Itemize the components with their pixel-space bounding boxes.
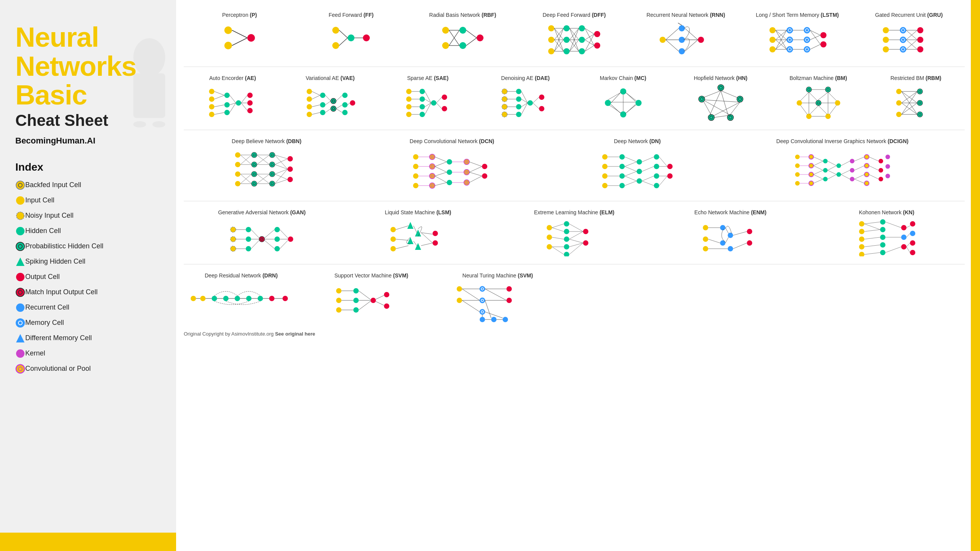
network-diagram-ntm: [452, 281, 544, 323]
svg-point-493: [274, 246, 280, 251]
svg-point-486: [246, 227, 251, 232]
svg-line-429: [659, 157, 667, 166]
svg-line-480: [869, 157, 879, 161]
svg-point-148: [209, 104, 214, 109]
svg-point-193: [406, 89, 412, 94]
svg-point-98: [787, 46, 793, 52]
svg-point-171: [320, 93, 325, 98]
network-diagram-gan: [227, 218, 296, 256]
svg-point-104: [804, 46, 810, 52]
svg-point-595: [235, 296, 240, 301]
svg-line-539: [569, 224, 583, 231]
index-item-hidden: Hidden Cell: [15, 226, 161, 236]
svg-point-552: [747, 229, 752, 234]
svg-point-23: [224, 42, 232, 49]
svg-point-531: [564, 252, 569, 256]
svg-line-44: [466, 38, 477, 46]
svg-point-599: [283, 296, 288, 301]
network-diagram-enm: [700, 218, 761, 256]
svg-line-351: [275, 159, 287, 165]
svg-point-525: [547, 235, 552, 240]
svg-line-624: [376, 302, 384, 305]
svg-point-203: [442, 106, 447, 111]
network-diagram-hn: [696, 84, 746, 122]
svg-point-126: [883, 46, 889, 52]
svg-line-192: [348, 103, 350, 105]
svg-point-12: [16, 273, 24, 281]
svg-line-208: [425, 91, 431, 103]
svg-line-520: [413, 241, 417, 246]
svg-point-319: [252, 171, 257, 177]
svg-point-448: [850, 177, 854, 181]
svg-point-96: [787, 37, 793, 43]
svg-line-586: [885, 247, 901, 253]
backfed-input-cell-icon: [15, 180, 25, 190]
svg-point-413: [667, 164, 673, 169]
svg-point-197: [420, 89, 425, 94]
svg-point-30: [363, 34, 370, 41]
svg-point-196: [406, 112, 412, 117]
svg-point-129: [900, 37, 906, 43]
svg-line-471: [828, 170, 836, 174]
network-item-lstm: Long / Short Term Memory (LSTM): [742, 11, 853, 59]
svg-point-454: [879, 168, 883, 173]
svg-line-578: [864, 222, 880, 224]
svg-point-550: [720, 240, 725, 246]
svg-line-622: [359, 301, 371, 310]
watermark-figure: [111, 38, 188, 134]
svg-line-386: [435, 162, 447, 166]
svg-point-200: [420, 112, 425, 117]
svg-point-626: [457, 298, 462, 303]
svg-line-519: [413, 226, 417, 233]
footer-link[interactable]: See original here: [275, 331, 315, 337]
svg-point-360: [413, 173, 418, 179]
svg-point-178: [342, 93, 348, 98]
svg-point-564: [859, 244, 864, 249]
svg-point-361: [413, 183, 418, 188]
svg-point-222: [528, 100, 533, 106]
svg-line-472: [828, 174, 836, 179]
svg-line-474: [841, 170, 850, 174]
svg-point-333: [287, 177, 293, 182]
svg-point-494: [288, 236, 293, 242]
svg-line-390: [435, 183, 447, 186]
footer-text: Original Copyright by AsimovInstitute.or…: [184, 331, 965, 337]
network-title-ff: Feed Forward (FF): [328, 11, 373, 18]
svg-line-620: [359, 291, 371, 300]
svg-marker-513: [415, 243, 421, 250]
yellow-bottom-bar: [0, 533, 176, 551]
svg-line-641: [462, 300, 480, 312]
svg-point-625: [457, 286, 462, 292]
index-label-noisy: Noisy Input Cell: [25, 212, 74, 220]
svg-line-25: [232, 30, 247, 38]
svg-point-593: [212, 296, 217, 301]
index-label-hidden: Hidden Cell: [25, 227, 61, 235]
network-item-rbm: Restricted BM (RBM): [867, 75, 965, 122]
network-item-elm: Extreme Learning Machine (ELM): [496, 209, 652, 256]
svg-point-317: [252, 162, 257, 167]
svg-line-157: [214, 91, 224, 95]
network-row-1: Perceptron (P) Feed Forward (FF): [184, 11, 965, 59]
svg-point-2: [133, 121, 146, 128]
svg-point-439: [809, 172, 813, 177]
svg-line-432: [659, 176, 667, 186]
svg-point-368: [430, 183, 435, 188]
svg-line-423: [625, 176, 637, 181]
network-item-dbn: Deep Believe Network (DBN): [184, 138, 350, 193]
footer-copyright: Original Copyright by AsimovInstitute.or…: [184, 331, 274, 337]
svg-point-441: [823, 159, 828, 163]
network-title-rnn: Recurrent Neural Network (RNN): [647, 11, 725, 18]
network-item-dcn: Deep Convolutional Network (DCN): [350, 138, 555, 193]
svg-line-542: [569, 239, 583, 243]
svg-line-506: [280, 240, 288, 249]
svg-line-421: [625, 166, 637, 171]
svg-point-551: [728, 246, 733, 251]
svg-point-293: [896, 89, 902, 94]
svg-point-491: [274, 227, 280, 232]
network-row-2: Auto Encorder (AE): [184, 75, 965, 122]
network-item-enm: Echo Network Machine (ENM): [652, 209, 808, 256]
svg-point-574: [910, 221, 915, 227]
svg-point-529: [564, 236, 569, 242]
network-title-dn: Deep Network (DN): [614, 138, 661, 145]
svg-line-478: [854, 174, 864, 179]
